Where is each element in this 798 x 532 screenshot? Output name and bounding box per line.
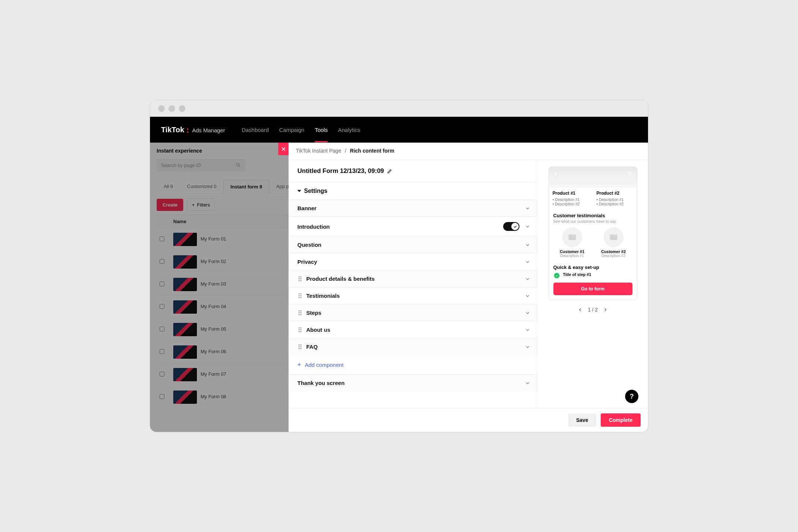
form-title: Untitled Form 12/13/23, 09:09 [297,167,384,175]
drag-handle-icon[interactable] [297,293,303,298]
help-icon: ? [630,393,634,400]
edit-title-icon[interactable] [387,168,392,174]
editor-header: TikTok Instant Page / Rich content form [289,143,648,160]
product-desc: Description #1 [553,197,589,202]
row-thank-you[interactable]: Thank you screen [289,374,537,391]
breadcrumb-sep: / [345,148,346,154]
product-title: Product #2 [597,191,633,196]
drag-handle-icon[interactable] [297,276,303,281]
chevron-down-icon [525,380,531,386]
save-button[interactable]: Save [568,413,597,427]
brand-name: TikTok [161,126,184,134]
product-card: Product #2 Description #1 Description #2 [593,188,637,210]
row-product-details[interactable]: Product details & benefits [289,270,537,287]
row-about-us[interactable]: About us [289,321,537,338]
brand-sub: Ads Manager [192,127,225,133]
setup-section: Quick & easy set-up [549,262,637,270]
chevron-down-icon [525,327,531,333]
step-row: Title of step #1 [549,270,637,279]
top-nav: DashboardCampaignToolsAnalytics [242,125,360,135]
image-placeholder-icon [562,227,582,247]
browser-chrome [150,100,648,117]
form-editor-panel: TikTok Instant Page / Rich content form … [289,143,648,432]
complete-button[interactable]: Complete [601,413,641,427]
pager-next-icon[interactable] [603,307,608,312]
chevron-down-icon [525,205,531,211]
settings-section-header[interactable]: Settings [289,182,537,200]
breadcrumb: TikTok Instant Page / Rich content form [296,146,641,160]
customer-card: Customer #2 Description #2 [595,227,632,258]
back-icon[interactable] [553,171,559,177]
pager-prev-icon[interactable] [578,307,583,312]
nav-tools[interactable]: Tools [315,125,328,135]
row-testimonials[interactable]: Testimonials [289,287,537,304]
row-introduction[interactable]: Introduction [289,216,537,236]
customer-card: Customer #1 Description #1 [553,227,591,258]
customer-desc: Description #2 [595,254,632,258]
drag-handle-icon[interactable] [297,344,303,349]
preview-pager: 1 / 2 [578,307,608,313]
customers-row: Customer #1 Description #1 Customer #2 D… [553,227,632,258]
chevron-down-icon [525,224,531,229]
row-privacy[interactable]: Privacy [289,253,537,270]
product-desc: Description #2 [553,202,589,206]
row-testimonials-label: Testimonials [306,293,525,299]
svg-point-5 [570,235,571,237]
nav-analytics[interactable]: Analytics [338,125,360,135]
topbar: TikTok: Ads Manager DashboardCampaignToo… [150,117,648,143]
row-steps[interactable]: Steps [289,304,537,321]
setup-title: Quick & easy set-up [553,265,632,270]
breadcrumb-parent[interactable]: TikTok Instant Page [296,148,341,154]
toggle-knob [511,223,519,230]
row-faq[interactable]: FAQ [289,338,537,355]
breadcrumb-current: Rich content form [350,148,394,154]
row-question-label: Question [297,242,525,248]
testimonials-sub: See what our customers have to say [553,219,632,224]
form-settings-column: Untitled Form 12/13/23, 09:09 Settings B… [289,160,537,408]
phone-cta: Go to form [553,283,632,295]
settings-section-title: Settings [304,188,327,194]
product-desc: Description #1 [597,197,633,202]
help-button[interactable]: ? [625,390,638,403]
testimonials-title: Customer testimonials [553,213,632,218]
chevron-down-icon [525,310,531,316]
svg-point-7 [611,235,613,237]
close-editor-button[interactable] [278,143,289,155]
customer-name: Customer #2 [595,249,632,254]
product-title: Product #1 [553,191,589,196]
chevron-down-icon [525,259,531,265]
drag-handle-icon[interactable] [297,327,303,332]
workspace: Instant experience Search by page ID All… [150,143,648,432]
app: TikTok: Ads Manager DashboardCampaignToo… [150,117,648,432]
drag-handle-icon[interactable] [297,310,303,315]
nav-dashboard[interactable]: Dashboard [242,125,269,135]
flag-icon[interactable] [627,171,633,177]
form-title-row: Untitled Form 12/13/23, 09:09 [289,160,537,182]
products-row: Product #1 Description #1 Description #2… [549,188,637,210]
add-component-label: Add component [305,362,344,368]
introduction-toggle[interactable] [503,222,519,231]
row-steps-label: Steps [306,310,525,316]
editor-footer: Save Complete [289,408,648,432]
preview-column: Product #1 Description #1 Description #2… [537,160,648,408]
caret-down-icon [297,190,301,192]
testimonials-section: Customer testimonials See what our custo… [549,210,637,262]
row-banner[interactable]: Banner [289,200,537,216]
chevron-down-icon [525,242,531,248]
chevron-down-icon [525,293,531,299]
row-introduction-label: Introduction [297,224,503,230]
plus-icon: + [297,361,301,368]
go-to-form-button[interactable]: Go to form [553,283,632,295]
nav-campaign[interactable]: Campaign [279,125,304,135]
check-circle-icon [553,272,560,279]
row-question[interactable]: Question [289,236,537,253]
row-product-details-label: Product details & benefits [306,276,525,282]
step-title: Title of step #1 [563,272,591,277]
row-banner-label: Banner [297,205,525,211]
product-card: Product #1 Description #1 Description #2 [549,188,593,210]
window-dot [158,105,165,112]
add-component-button[interactable]: + Add component [289,355,537,374]
chevron-down-icon [525,276,531,282]
product-desc: Description #2 [597,202,633,206]
phone-preview: Product #1 Description #1 Description #2… [549,167,637,300]
